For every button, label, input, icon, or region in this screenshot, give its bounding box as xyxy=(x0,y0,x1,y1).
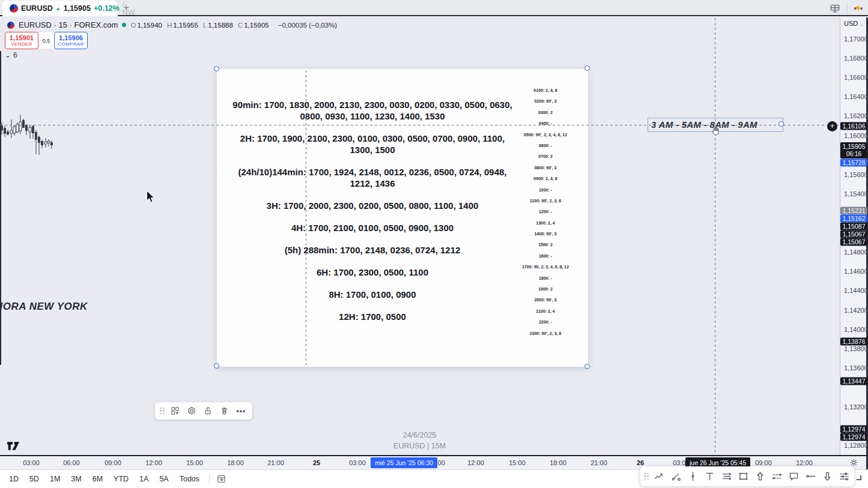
note-line: 8H: 1700, 0100, 0900 xyxy=(231,289,514,300)
arrow-down-icon[interactable] xyxy=(819,468,836,485)
range-button[interactable]: 3M xyxy=(65,473,86,485)
price-badge: 1,15231 xyxy=(840,207,867,215)
parallel-channel-icon[interactable] xyxy=(718,468,735,485)
schedule-row: 0100: 2, 4, 8 xyxy=(508,85,583,96)
rectangle-tool-icon[interactable] xyxy=(735,468,752,485)
arrow-up-icon[interactable] xyxy=(752,468,769,485)
note-box-handle-top-right[interactable] xyxy=(584,65,590,71)
go-to-date-icon[interactable] xyxy=(214,472,228,486)
schedule-row: 1000: - xyxy=(508,185,583,196)
note-line: 12H: 1700, 0500 xyxy=(231,311,514,322)
trend-line-icon[interactable] xyxy=(668,468,685,485)
tradingview-logo[interactable] xyxy=(6,440,20,452)
add-to-group-icon[interactable] xyxy=(167,403,183,419)
ohlc-pair: L1,15888 xyxy=(203,22,238,29)
note-line: 4H: 1700, 2100, 0100, 0500, 0900, 1300 xyxy=(231,222,514,233)
drag-handle[interactable] xyxy=(160,408,165,415)
range-button[interactable]: 1M xyxy=(44,473,65,485)
price-tick: 1,13200 xyxy=(840,403,868,411)
buy-button[interactable]: 1,15906 COMPRAR xyxy=(54,32,88,49)
ohlc-pair: C1,15905 xyxy=(238,22,274,29)
range-button[interactable]: 6M xyxy=(87,473,108,485)
tab-symbol: EURUSD xyxy=(21,4,53,13)
callout-icon[interactable] xyxy=(785,468,802,485)
hand-cursor xyxy=(711,126,721,136)
legend-title[interactable]: EURUSD · 15 · FOREX.com xyxy=(19,20,118,29)
ohlc-pair: H1,15955 xyxy=(167,22,203,29)
chevron-down-icon: ⌄ xyxy=(5,51,11,59)
currency-selector[interactable]: USD⌄ xyxy=(840,20,868,27)
time-label: 03:00 xyxy=(349,456,366,469)
last-price: 1,15905 xyxy=(840,142,867,151)
note-box-handle-bottom-left[interactable] xyxy=(214,363,219,369)
price-badge: 1,15162 xyxy=(840,215,867,223)
sell-button[interactable]: 1,15901 VENDER xyxy=(5,32,38,49)
note-lines: 90min: 1700, 1830, 2000, 2130, 2300, 003… xyxy=(231,99,514,333)
settings-icon[interactable] xyxy=(183,403,199,419)
range-button[interactable]: 5D xyxy=(24,473,44,485)
crosshair-vertical-line xyxy=(715,18,715,455)
price-tick: 1,16600 xyxy=(840,74,868,81)
market-open-dot xyxy=(122,23,126,27)
price-tick: 1,16800 xyxy=(840,55,868,62)
price-tick: 1,14000 xyxy=(840,326,868,333)
note-box-handle-bottom-right[interactable] xyxy=(584,364,590,369)
time-label: 21:00 xyxy=(267,456,284,469)
schedule-row: 0400: - xyxy=(508,118,583,129)
time-label: 18:00 xyxy=(550,456,566,469)
price-change: −0,00035 (−0,03%) xyxy=(278,22,337,29)
ohlc-values: O1,15940H1,15955L1,15888C1,15905 xyxy=(130,22,273,29)
schedule-row: 1300: 2, 4 xyxy=(508,218,583,229)
annotation-text[interactable]: 3 AM - 5AM - 8AM - 9AM xyxy=(651,118,757,131)
time-label: 18:00 xyxy=(227,456,244,469)
unlock-icon[interactable] xyxy=(200,403,216,419)
new-tab-button[interactable]: + xyxy=(120,1,133,14)
bar-countdown: 06:16 xyxy=(840,151,867,158)
time-label: 15:00 xyxy=(186,456,203,469)
note-box-handle-top-left[interactable] xyxy=(214,66,219,71)
text-tool-icon[interactable] xyxy=(702,468,718,485)
watermark-date: 24/6/2025 xyxy=(0,430,839,441)
polyline-icon[interactable] xyxy=(651,468,668,485)
range-button[interactable]: 5A xyxy=(154,473,174,485)
dashed-channel-icon[interactable] xyxy=(768,468,785,485)
up-arrow-icon: ▲ xyxy=(56,6,61,11)
tab-change: +0.12% xyxy=(94,4,120,13)
price-scale[interactable]: USD⌄ 1,170001,168001,166001,164001,16200… xyxy=(840,0,868,469)
schedule-row: 2100: 2, 4 xyxy=(508,306,583,317)
schedule-row: 0500: 90', 2, 3, 4, 6, 12 xyxy=(508,130,583,140)
schedule-row: 1500: 2 xyxy=(508,239,583,250)
watermark-symbol: EURUSD | 15M xyxy=(0,441,839,451)
price-tick: 1,13600 xyxy=(840,364,868,372)
note-line: 2H: 1700, 1900, 2100, 2300, 0100, 0300, … xyxy=(231,133,514,155)
drawing-context-toolbar: ••• xyxy=(155,402,252,420)
time-label: 25 xyxy=(313,456,320,469)
vertical-line-icon[interactable] xyxy=(685,468,702,485)
tab-bar: EURUSD ▲ 1,15905 +0.12% / NW + ••• xyxy=(0,0,868,16)
price-badge: 1,15087 xyxy=(840,223,867,230)
schedule-row: 0200: 90', 3 xyxy=(508,96,583,107)
range-button[interactable]: YTD xyxy=(108,473,134,485)
range-button[interactable]: Todos xyxy=(174,473,205,485)
symbol-tab[interactable]: EURUSD ▲ 1,15905 +0.12% / NW xyxy=(2,1,118,16)
horizontal-ray-icon[interactable] xyxy=(802,468,819,485)
range-button[interactable]: 1D xyxy=(4,473,24,485)
annotation-handle[interactable] xyxy=(778,121,784,127)
sliders-icon[interactable] xyxy=(836,468,852,485)
schedule-row: 0700: 2 xyxy=(508,151,583,162)
chart-legend: EURUSD · 15 · FOREX.com O1,15940H1,15955… xyxy=(7,20,337,30)
schedule-row: 2200: - xyxy=(508,317,583,328)
delete-icon[interactable] xyxy=(216,403,232,419)
price-tick: 1,15600 xyxy=(840,171,868,178)
more-options-icon[interactable]: ••• xyxy=(233,403,249,419)
schedule-row: 2300: 90', 2, 3, 6 xyxy=(508,328,583,339)
maximize-corner-icon xyxy=(857,475,861,480)
range-button[interactable]: 1A xyxy=(134,473,154,485)
tab-price: 1,15905 xyxy=(64,4,91,13)
add-alert-plus-icon[interactable]: + xyxy=(827,121,837,131)
object-tree-toggle[interactable]: ⌄ 6 xyxy=(5,51,17,59)
object-count: 6 xyxy=(13,51,17,59)
chart-watermark: 24/6/2025 EURUSD | 15M xyxy=(0,430,839,451)
drag-handle[interactable] xyxy=(644,473,649,480)
time-label: 03:00 xyxy=(23,456,40,469)
